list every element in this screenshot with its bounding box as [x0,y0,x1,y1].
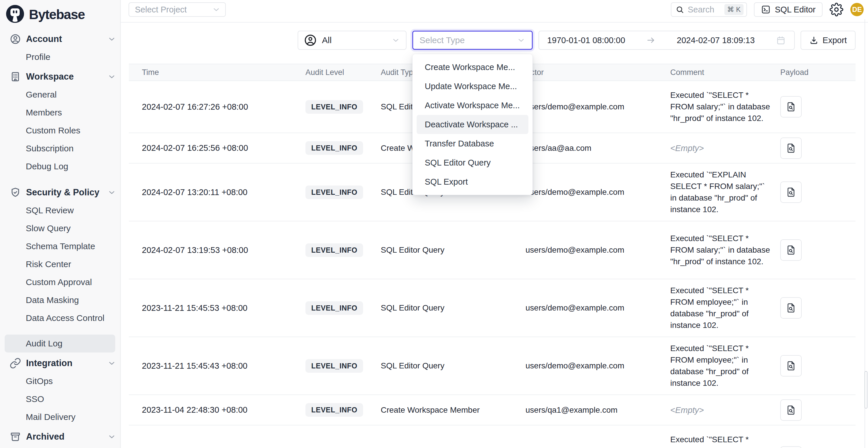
sidebar-item-profile[interactable]: Profile [5,48,115,66]
sidebar-nav: Account Profile Workspace General Member… [0,28,120,446]
type-option-sql-export[interactable]: SQL Export [412,172,532,191]
sidebar-item-sql-review[interactable]: SQL Review [5,201,115,219]
cell-time: 2024-02-07 13:20:11 +08:00 [129,188,298,197]
type-option-deactivate-workspace[interactable]: Deactivate Workspace ... [416,115,528,134]
table-row: 2024-02-07 13:19:53 +08:00 LEVEL_INFO SQ… [129,221,856,279]
cell-audit-level: LEVEL_INFO [298,301,373,315]
sidebar-section-integration[interactable]: Integration [0,354,120,372]
export-button[interactable]: Export [801,31,856,50]
type-option-update-workspace-me[interactable]: Update Workspace Me... [412,77,532,96]
sidebar-item-data-masking[interactable]: Data Masking [5,291,115,309]
sidebar-item-custom-approval[interactable]: Custom Approval [5,273,115,291]
chevron-down-icon [107,188,116,197]
sidebar-item-custom-roles[interactable]: Custom Roles [5,122,115,139]
project-select-placeholder: Select Project [135,5,212,14]
brand-name: Bytebase [29,7,85,22]
terminal-icon [761,5,771,14]
sidebar-section-workspace[interactable]: Workspace [0,68,120,86]
cell-audit-type: SQL Editor Query [373,361,518,371]
level-badge: LEVEL_INFO [305,186,363,199]
sidebar-section-security-policy[interactable]: Security & Policy [0,184,120,201]
date-range-picker[interactable]: 1970-01-01 08:00:00 2024-02-07 18:09:13 [538,31,795,50]
search-icon [676,5,684,14]
cell-comment: Executed `"EXPLAIN SELECT * FROM salary;… [663,169,773,215]
payload-view-button[interactable] [780,96,802,118]
table-row: 2023-11-04 21:26:34 +08:00 LEVEL_INFO SQ… [129,425,856,448]
cell-comment: Executed `"SELECT * FROM employee;"` in … [663,285,773,331]
chevron-down-icon [107,35,116,43]
sidebar-item-members[interactable]: Members [5,104,115,122]
sidebar-section-account[interactable]: Account [0,30,120,48]
type-dropdown-menu: Create Workspace Me... Update Workspace … [412,54,533,195]
sidebar-item-risk-center[interactable]: Risk Center [5,255,115,273]
sidebar-item-audit-log[interactable]: Audit Log [5,334,115,352]
filter-bar: All Select Type 1970-01-01 08:00:00 2024… [121,31,868,50]
payload-view-button[interactable] [780,355,802,377]
sidebar-item-subscription[interactable]: Subscription [5,139,115,157]
type-filter-select[interactable]: Select Type [412,31,533,50]
type-option-create-workspace-me[interactable]: Create Workspace Me... [412,58,532,77]
scrollbar-thumb[interactable] [865,371,867,409]
cell-actor: users/qa1@example.com [518,406,663,415]
cell-audit-level: LEVEL_INFO [298,100,373,114]
brand-logo[interactable]: Bytebase [0,0,120,28]
cell-payload [773,182,856,203]
cell-payload [773,96,856,118]
cell-comment: <Empty> [663,404,773,416]
cell-time: 2023-11-21 15:45:53 +08:00 [129,303,298,313]
sidebar-item-debug-log[interactable]: Debug Log [5,157,115,175]
arrow-right-icon [646,35,656,45]
file-search-icon [785,360,797,371]
payload-view-button[interactable] [780,239,802,261]
sidebar-item-slow-query[interactable]: Slow Query [5,219,115,237]
cell-payload [773,355,856,377]
user-circle-icon [9,33,21,45]
col-header-audit-level: Audit Level [298,64,373,81]
cell-actor: users/demo@example.com [518,361,663,371]
cell-time: 2023-11-21 15:45:43 +08:00 [129,361,298,371]
cell-actor: users/demo@example.com [518,246,663,255]
sidebar-item-sso[interactable]: SSO [5,390,115,408]
payload-view-button[interactable] [780,446,802,448]
chevron-down-icon [107,359,116,367]
sidebar-item-data-access-control[interactable]: Data Access Control [5,309,115,327]
payload-view-button[interactable] [780,297,802,319]
file-search-icon [785,101,797,112]
type-option-transfer-database[interactable]: Transfer Database [412,134,532,153]
shield-check-icon [9,187,21,198]
table-row: 2023-11-21 15:45:53 +08:00 LEVEL_INFO SQ… [129,279,856,337]
sql-editor-label: SQL Editor [775,5,815,14]
search-placeholder: Search [688,5,724,14]
search-input[interactable]: Search ⌘ K [671,2,747,17]
cell-audit-type: Create Workspace Member [373,406,518,415]
type-option-sql-editor-query[interactable]: SQL Editor Query [412,153,532,172]
sidebar-section-archived[interactable]: Archived [0,428,120,446]
sidebar-item-general[interactable]: General [5,86,115,104]
cell-actor: users/demo@example.com [518,102,663,111]
type-option-activate-workspace-me[interactable]: Activate Workspace Me... [412,96,532,115]
gear-icon[interactable] [830,3,843,17]
actor-filter-select[interactable]: All [298,31,406,50]
avatar[interactable]: DE [850,3,864,16]
project-select[interactable]: Select Project [129,2,226,17]
cell-actor: users/aa@aa.com [518,143,663,153]
topbar: Select Project Search ⌘ K SQL [121,0,868,23]
cell-comment: Executed `"SELECT * FROM department;"` i… [663,434,773,448]
sidebar-item-mail-delivery[interactable]: Mail Delivery [5,408,115,426]
sql-editor-button[interactable]: SQL Editor [754,2,823,17]
cell-time: 2024-02-07 13:19:53 +08:00 [129,246,298,255]
file-search-icon [785,245,797,256]
sidebar-item-gitops[interactable]: GitOps [5,372,115,390]
level-badge: LEVEL_INFO [305,141,363,155]
sidebar-item-schema-template[interactable]: Schema Template [5,237,115,255]
archive-icon [9,431,21,443]
search-shortcut-badge: ⌘ K [724,4,744,15]
payload-view-button[interactable] [780,137,802,159]
payload-view-button[interactable] [780,399,802,421]
cell-audit-type: SQL Editor Query [373,246,518,255]
cell-audit-level: LEVEL_INFO [298,359,373,373]
payload-view-button[interactable] [780,182,802,203]
cell-comment: Executed `"SELECT * FROM employee;"` in … [663,343,773,389]
date-to-value: 2024-02-07 18:09:13 [677,36,755,45]
cell-comment: <Empty> [663,142,773,154]
